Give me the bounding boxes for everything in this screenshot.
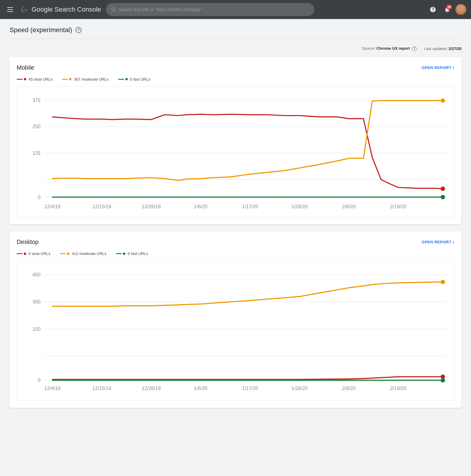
- svg-text:1/28/20: 1/28/20: [291, 203, 308, 209]
- source-row: Source: Chrome UX report ? Last updated:…: [10, 46, 461, 51]
- desktop-legend-moderate-label: 412 moderate URLs: [72, 251, 106, 256]
- svg-text:1/17/20: 1/17/20: [242, 386, 258, 391]
- chevron-right-icon: ›: [453, 65, 454, 70]
- desktop-legend-item-moderate: 412 moderate URLs: [60, 251, 106, 256]
- legend-moderate-label: 367 moderate URLs: [74, 77, 108, 82]
- desktop-chart-container: 450 300 150 0 12/4/19 12/15/19 12/26/19 …: [17, 261, 454, 400]
- legend-fast-label: 0 fast URLs: [130, 77, 150, 82]
- page-content: Speed (experimental) ? Source: Chrome UX…: [0, 19, 471, 476]
- mobile-card-header: Mobile OPEN REPORT ›: [17, 64, 454, 71]
- legend-item-slow: 45 slow URLs: [17, 77, 52, 82]
- svg-text:12/4/19: 12/4/19: [44, 386, 60, 391]
- desktop-legend-item-slow: 0 slow URLs: [17, 251, 50, 256]
- svg-point-41: [441, 378, 445, 383]
- page-title-row: Speed (experimental) ?: [10, 26, 461, 39]
- source-help-icon[interactable]: ?: [412, 46, 417, 51]
- chevron-right-icon: ›: [453, 239, 454, 245]
- search-icon: [111, 7, 116, 12]
- svg-text:1/6/20: 1/6/20: [194, 386, 207, 391]
- desktop-card-header: Desktop OPEN REPORT ›: [17, 239, 454, 245]
- svg-text:2/19/20: 2/19/20: [390, 386, 406, 391]
- last-updated: Last updated: 2/27/20: [424, 46, 461, 51]
- svg-text:12/26/19: 12/26/19: [142, 386, 160, 391]
- menu-button[interactable]: [5, 4, 15, 15]
- svg-text:1/17/20: 1/17/20: [242, 203, 258, 209]
- svg-text:2/19/20: 2/19/20: [390, 203, 406, 209]
- svg-text:250: 250: [32, 124, 40, 129]
- mobile-chart: 375 250 125 0 12/4/19 12/15/19 12/26/19 …: [19, 91, 452, 215]
- svg-text:12/15/19: 12/15/19: [92, 386, 111, 391]
- help-icon: [430, 6, 436, 13]
- url-search-input[interactable]: [119, 7, 310, 12]
- svg-point-21: [441, 195, 445, 199]
- notifications-button[interactable]: 19: [441, 4, 453, 15]
- mobile-legend: 45 slow URLs 367 moderate URLs 0 fast UR…: [17, 77, 454, 82]
- svg-text:300: 300: [32, 299, 40, 305]
- app-title: Google Search Console: [32, 6, 101, 13]
- desktop-legend-slow-label: 0 slow URLs: [29, 251, 50, 256]
- mobile-card-title: Mobile: [17, 64, 34, 71]
- page-title: Speed (experimental): [10, 26, 72, 34]
- desktop-legend-item-fast: 0 fast URLs: [116, 251, 148, 256]
- svg-text:2/8/20: 2/8/20: [342, 386, 355, 391]
- legend-item-fast: 0 fast URLs: [118, 77, 150, 82]
- legend-item-moderate: 367 moderate URLs: [62, 77, 108, 82]
- desktop-open-report-link[interactable]: OPEN REPORT ›: [422, 239, 454, 245]
- svg-text:2/8/20: 2/8/20: [342, 203, 355, 209]
- help-button[interactable]: [427, 4, 439, 15]
- source-name: Chrome UX report: [377, 46, 410, 51]
- source-label: Source: Chrome UX report ?: [362, 46, 417, 51]
- svg-text:12/15/19: 12/15/19: [92, 203, 111, 209]
- desktop-chart: 450 300 150 0 12/4/19 12/15/19 12/26/19 …: [19, 266, 452, 398]
- last-updated-value: 2/27/20: [449, 46, 461, 51]
- svg-line-1: [114, 10, 116, 12]
- user-avatar[interactable]: [456, 4, 466, 15]
- svg-text:0: 0: [38, 194, 40, 200]
- logo: Google Search Console: [20, 5, 101, 14]
- url-search-bar[interactable]: [106, 3, 314, 16]
- page-help-icon[interactable]: ?: [76, 27, 82, 33]
- mobile-chart-container: 375 250 125 0 12/4/19 12/15/19 12/26/19 …: [17, 86, 454, 217]
- svg-text:1/6/20: 1/6/20: [194, 203, 207, 209]
- svg-text:150: 150: [32, 327, 40, 332]
- svg-text:12/4/19: 12/4/19: [44, 203, 60, 209]
- mobile-open-report-link[interactable]: OPEN REPORT ›: [422, 65, 454, 70]
- svg-text:125: 125: [32, 150, 40, 156]
- svg-point-39: [441, 280, 445, 284]
- svg-point-20: [441, 98, 445, 103]
- header-actions: 19: [427, 4, 466, 15]
- google-logo-icon: [20, 5, 29, 14]
- desktop-card-title: Desktop: [17, 239, 38, 245]
- desktop-legend-fast-label: 0 fast URLs: [128, 251, 148, 256]
- mobile-card: Mobile OPEN REPORT › 45 slow URLs 367: [10, 57, 461, 225]
- svg-text:12/26/19: 12/26/19: [142, 203, 160, 209]
- header: Google Search Console 19: [0, 0, 471, 19]
- svg-text:450: 450: [32, 272, 40, 277]
- svg-point-19: [441, 187, 445, 191]
- svg-text:375: 375: [32, 97, 40, 103]
- desktop-legend: 0 slow URLs 412 moderate URLs 0 fast URL…: [17, 251, 454, 256]
- desktop-card: Desktop OPEN REPORT › 0 slow URLs 412: [10, 231, 461, 408]
- legend-slow-label: 45 slow URLs: [29, 77, 52, 82]
- notification-count: 19: [446, 5, 452, 10]
- svg-text:0: 0: [38, 378, 40, 383]
- svg-text:1/28/20: 1/28/20: [291, 386, 308, 391]
